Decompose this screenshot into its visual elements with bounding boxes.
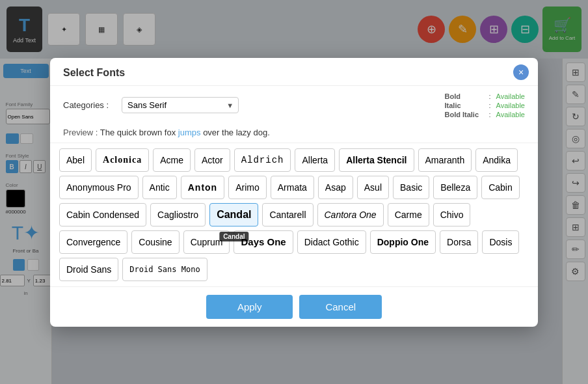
font-item[interactable]: Dosis [482,230,519,254]
font-item[interactable]: Doppio One [370,230,436,254]
preview-area: Preview : The quick brown fox jumps over… [50,125,538,143]
font-item[interactable]: Acme [153,148,191,172]
bold-italic-variant-row: Bold Italic : Available [444,111,525,118]
apply-button[interactable]: Apply [206,295,293,319]
cancel-button[interactable]: Cancel [299,295,382,319]
font-item[interactable]: Asul [357,176,389,199]
modal-title: Select Fonts [63,67,125,78]
font-tooltip: Candal [219,232,248,241]
font-grid: AbelAclonicaAcmeActorAldrichAllertaAller… [59,148,529,281]
category-label: Categories : [63,100,109,110]
font-item[interactable]: Antic [142,176,177,199]
app-background: T Add Text ✦ ▦ ◈ ⊕ ✎ ⊞ ⊟ 🛒 [0,0,588,384]
category-select[interactable]: Sans Serif Serif Monospace Display Handw… [122,97,239,113]
italic-variant-row: Italic : Available [444,102,525,109]
font-item[interactable]: Allerta [295,148,335,172]
font-item[interactable]: Droid Sans [59,258,118,281]
font-item[interactable]: Anonymous Pro [59,176,139,199]
preview-label: Preview : [63,128,98,137]
font-item[interactable]: Cabin [481,176,520,199]
font-item[interactable]: Amaranth [418,148,472,172]
bold-italic-variant-colon: : [488,111,490,118]
font-item[interactable]: Cantora One [317,203,384,226]
font-item[interactable]: Cousine [131,230,179,254]
font-item[interactable]: Aldrich [234,148,291,172]
font-item[interactable]: Chivo [433,203,471,226]
select-fonts-modal: Select Fonts × Categories : Sans Serif S… [50,58,538,327]
font-item[interactable]: Abel [59,148,92,172]
font-variants-info: Bold : Available Italic : Available Bold… [444,92,525,118]
font-item[interactable]: Carme [388,203,429,226]
font-item[interactable]: Convergence [59,230,127,254]
font-item[interactable]: Armata [271,176,314,199]
bold-variant-colon: : [488,92,490,100]
font-item[interactable]: Dorsa [440,230,478,254]
font-grid-wrapper[interactable]: AbelAclonicaAcmeActorAldrichAllertaAller… [50,143,538,287]
modal-header: Select Fonts × [50,58,538,86]
font-item[interactable]: Cagliostro [150,203,206,226]
font-item[interactable]: Didact Gothic [297,230,366,254]
preview-text-after: over the lazy dog. [203,128,270,137]
preview-text-highlight: jumps [178,128,201,137]
bold-italic-variant-value: Available [496,111,525,118]
font-item[interactable]: Allerta Stencil [339,148,414,172]
category-select-wrapper: Sans Serif Serif Monospace Display Handw… [122,97,239,113]
font-item[interactable]: Actor [194,148,230,172]
font-item[interactable]: Belleza [433,176,477,199]
italic-variant-colon: : [488,102,490,109]
italic-variant-value: Available [496,102,525,109]
bold-variant-row: Bold : Available [444,92,525,100]
font-item[interactable]: Basic [393,176,429,199]
font-item[interactable]: Droid Sans Mono [122,258,207,281]
modal-close-button[interactable]: × [513,64,529,80]
modal-controls: Categories : Sans Serif Serif Monospace … [50,86,538,125]
font-item[interactable]: Asap [318,176,353,199]
font-item[interactable]: Cantarell [262,203,313,226]
bold-italic-variant-label: Bold Italic [444,111,483,118]
font-item[interactable]: Aclonica [96,148,149,172]
close-icon: × [518,67,524,77]
italic-variant-label: Italic [444,102,483,109]
modal-overlay: Select Fonts × Categories : Sans Serif S… [0,0,588,384]
preview-text-before: The quick brown fox [100,128,178,137]
bold-variant-label: Bold [444,92,483,100]
font-item[interactable]: Cabin Condensed [59,203,146,226]
bold-variant-value: Available [496,92,525,100]
font-item[interactable]: Arimo [228,176,267,199]
font-item[interactable]: Anton [181,176,224,199]
modal-footer: Apply Cancel [50,287,538,327]
font-item[interactable]: CandalCandal [209,203,258,226]
font-item[interactable]: Andika [475,148,518,172]
